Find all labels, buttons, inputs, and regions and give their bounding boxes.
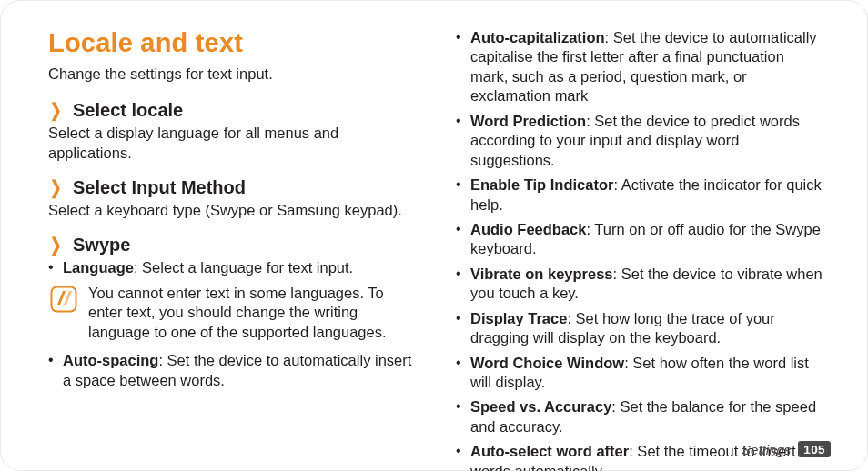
page-number: 105 bbox=[798, 441, 831, 457]
note-callout: You cannot enter text in some languages.… bbox=[48, 284, 416, 342]
note-icon bbox=[50, 286, 77, 317]
chevron-right-icon: ❯ bbox=[50, 101, 62, 119]
select-locale-desc: Select a display language for all menus … bbox=[48, 124, 416, 163]
list-item: Word Prediction: Set the device to predi… bbox=[456, 112, 823, 170]
subheading-swype: ❯ Swype bbox=[48, 233, 416, 256]
list-item: Enable Tip Indicator: Activate the indic… bbox=[456, 175, 823, 215]
swype-options-list-a: Language: Select a language for text inp… bbox=[48, 258, 416, 277]
note-text: You cannot enter text in some languages.… bbox=[88, 284, 416, 342]
list-item: Display Trace: Set how long the trace of… bbox=[456, 309, 823, 348]
option-term: Vibrate on keypress bbox=[470, 266, 613, 282]
option-term: Enable Tip Indicator bbox=[470, 176, 613, 193]
right-column: Auto-capitalization: Set the device to a… bbox=[456, 26, 823, 443]
manual-page: Locale and text Change the settings for … bbox=[0, 0, 868, 471]
subheading-select-input-method: ❯ Select Input Method bbox=[48, 175, 416, 199]
subheading-label: Select locale bbox=[73, 98, 183, 122]
option-term: Word Prediction bbox=[470, 113, 586, 129]
subheading-label: Select Input Method bbox=[73, 175, 246, 199]
option-term: Auto-capitalization bbox=[470, 29, 605, 45]
option-term: Auto-select word after bbox=[470, 443, 629, 459]
option-term: Auto-spacing bbox=[63, 352, 158, 368]
option-term: Language bbox=[63, 259, 134, 276]
page-title: Locale and text bbox=[48, 26, 416, 61]
chevron-right-icon: ❯ bbox=[50, 236, 62, 254]
subheading-select-locale: ❯ Select locale bbox=[48, 98, 416, 122]
option-desc: : Select a language for text input. bbox=[134, 259, 353, 276]
option-term: Speed vs. Accuracy bbox=[470, 398, 611, 415]
option-term: Word Choice Window bbox=[470, 355, 624, 371]
page-footer: Settings 105 bbox=[742, 441, 831, 457]
list-item: Vibrate on keypress: Set the device to v… bbox=[456, 265, 823, 304]
swype-options-list-b: Auto-spacing: Set the device to automati… bbox=[48, 351, 416, 390]
svg-rect-0 bbox=[52, 286, 76, 311]
list-item: Auto-capitalization: Set the device to a… bbox=[456, 28, 823, 106]
list-item: Speed vs. Accuracy: Set the balance for … bbox=[456, 397, 823, 436]
option-term: Display Trace bbox=[470, 310, 567, 326]
select-input-method-desc: Select a keyboard type (Swype or Samsung… bbox=[48, 201, 416, 220]
list-item: Auto-spacing: Set the device to automati… bbox=[48, 351, 416, 390]
footer-section: Settings bbox=[742, 442, 791, 457]
subheading-label: Swype bbox=[73, 233, 130, 256]
list-item: Word Choice Window: Set how often the wo… bbox=[456, 354, 823, 393]
left-column: Locale and text Change the settings for … bbox=[48, 26, 416, 443]
swype-options-list-c: Auto-capitalization: Set the device to a… bbox=[456, 28, 823, 471]
chevron-right-icon: ❯ bbox=[50, 178, 62, 196]
option-term: Audio Feedback bbox=[470, 221, 586, 237]
list-item: Language: Select a language for text inp… bbox=[48, 258, 416, 277]
list-item: Audio Feedback: Turn on or off audio for… bbox=[456, 220, 823, 259]
intro-text: Change the settings for text input. bbox=[48, 65, 416, 84]
